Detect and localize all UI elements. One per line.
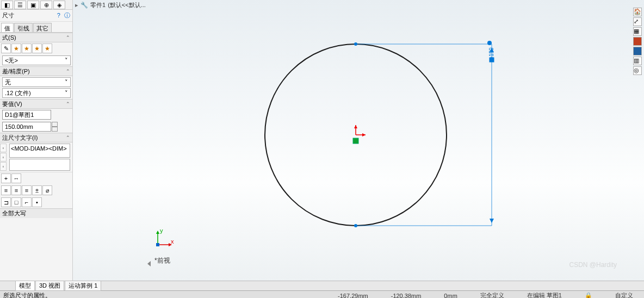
- sym-btn-3[interactable]: ⌐: [22, 197, 32, 207]
- scene-icon[interactable]: [633, 47, 642, 55]
- tab-3d-view[interactable]: 3D 视图: [35, 281, 64, 291]
- home-view-icon[interactable]: 🏠: [633, 8, 642, 16]
- tab-motion[interactable]: 运动算例 1: [65, 281, 101, 291]
- collapse-icon[interactable]: ⌃: [66, 135, 70, 140]
- tab-feature[interactable]: ◧: [1, 1, 13, 9]
- section-allcaps-label: 全部大写: [2, 209, 26, 218]
- status-coord-x: -167.29mm: [338, 293, 368, 299]
- view-orient-icon[interactable]: ▦: [633, 27, 642, 36]
- style-dropdown[interactable]: <无>˅: [2, 55, 71, 65]
- style-btn-5[interactable]: ★: [42, 44, 52, 53]
- panel-top-tabs: ◧ ☰ ▣ ⊕ ◈: [0, 0, 72, 10]
- tab-display[interactable]: ▣: [27, 1, 39, 9]
- txt-btn-1[interactable]: +: [1, 173, 11, 183]
- subtab-leader[interactable]: 引线: [14, 23, 33, 32]
- align-btn-5[interactable]: ⌀: [42, 185, 52, 195]
- breadcrumb-expand-icon[interactable]: ▸: [75, 2, 78, 9]
- subtab-value[interactable]: 值: [1, 23, 14, 32]
- origin-icon: [353, 138, 358, 144]
- breadcrumb-part[interactable]: 零件1: [90, 1, 106, 9]
- status-unit-icon[interactable]: 🔒: [585, 292, 592, 298]
- dimension-subtabs: 值 引线 其它: [0, 22, 72, 33]
- align-btn-1[interactable]: ≡: [1, 185, 11, 195]
- property-panel: ◧ ☰ ▣ ⊕ ◈ 尺寸 ? ⓘ 值 引线 其它 式(S)⌃ ✎ ★ ★ ★ ★…: [0, 0, 73, 281]
- align-btn-4[interactable]: ±: [32, 185, 42, 195]
- dimension-label: ⌀150: [488, 47, 494, 60]
- tol-dropdown-2[interactable]: .12 (文件)˅: [2, 88, 71, 98]
- svg-text:y: y: [160, 228, 163, 234]
- flyout-expand-icon[interactable]: [147, 261, 151, 266]
- value-spin-up[interactable]: [52, 122, 58, 127]
- subtab-other[interactable]: 其它: [33, 23, 52, 32]
- dimension-text-area[interactable]: <MOD-DIAM><DIM>: [9, 144, 70, 158]
- section-primary-label: 要值(V): [2, 100, 22, 108]
- section-view-icon[interactable]: ▥: [633, 57, 642, 65]
- zoom-fit-icon[interactable]: ⤢: [633, 17, 642, 26]
- align-btn-2[interactable]: ≡: [11, 185, 21, 195]
- status-custom[interactable]: 自定义: [615, 291, 633, 298]
- tab-target[interactable]: ⊕: [40, 1, 52, 9]
- sym-btn-4[interactable]: •: [32, 197, 42, 207]
- collapse-icon[interactable]: ⌃: [66, 35, 70, 40]
- svg-point-8: [354, 224, 357, 227]
- status-coord-y: -120.38mm: [391, 293, 422, 299]
- heads-up-toolbar: 🏠 ⤢ ▦ ▥ ◎: [633, 8, 643, 75]
- text-pos-btn-1[interactable]: ▫: [0, 144, 7, 152]
- dimension-text-area-2[interactable]: [9, 159, 70, 171]
- section-dimtxt-label: 注尺寸文字(I): [2, 134, 38, 142]
- svg-text:x: x: [171, 238, 174, 245]
- svg-marker-1: [362, 133, 366, 136]
- collapse-icon[interactable]: ⌃: [66, 69, 70, 74]
- panel-title: 尺寸: [2, 11, 14, 20]
- svg-rect-19: [156, 243, 159, 246]
- txt-btn-2[interactable]: ↔: [11, 173, 21, 183]
- bottom-tab-bar: 模型 3D 视图 运动算例 1: [0, 281, 644, 290]
- view-orientation-label: *前视: [154, 256, 170, 265]
- info-icon[interactable]: ⓘ: [64, 12, 70, 18]
- status-bar: 所选尺寸的属性。 -167.29mm -120.38mm 0mm 完全定义 在编…: [0, 290, 644, 298]
- triad-icon: y x: [154, 228, 174, 248]
- part-icon: 🔧: [81, 2, 88, 9]
- display-style-icon[interactable]: [633, 37, 642, 46]
- value-spin-down[interactable]: [52, 127, 58, 132]
- dimension-name-input[interactable]: D1@草图1: [2, 110, 51, 120]
- align-btn-3[interactable]: ≡: [22, 185, 32, 195]
- status-defined: 完全定义: [480, 291, 504, 298]
- status-hint: 所选尺寸的属性。: [3, 291, 51, 298]
- svg-marker-3: [354, 125, 357, 128]
- sym-btn-1[interactable]: ⊐: [1, 197, 11, 207]
- style-btn-3[interactable]: ★: [22, 44, 32, 53]
- style-btn-4[interactable]: ★: [32, 44, 42, 53]
- breadcrumb-suffix: (默认<<默认...: [108, 1, 146, 9]
- status-editing: 在编辑 草图1: [527, 291, 562, 298]
- style-btn-2[interactable]: ★: [11, 44, 21, 53]
- style-buttons: ✎ ★ ★ ★ ★: [0, 42, 72, 54]
- svg-point-7: [354, 42, 357, 46]
- graphics-area[interactable]: ▸ 🔧 零件1 (默认<<默认... ⌀150: [73, 0, 644, 281]
- status-coord-z: 0mm: [444, 293, 457, 299]
- text-pos-btn-3[interactable]: ▫: [0, 162, 7, 171]
- section-style-label: 式(S): [2, 34, 16, 42]
- tab-config[interactable]: ☰: [14, 1, 26, 9]
- tab-sketch[interactable]: ◈: [53, 1, 65, 9]
- sym-btn-2[interactable]: □: [11, 197, 21, 207]
- svg-marker-12: [490, 219, 494, 223]
- help-icon[interactable]: ?: [57, 12, 60, 18]
- tol-dropdown-1[interactable]: 无˅: [2, 77, 71, 87]
- svg-marker-14: [156, 231, 159, 234]
- text-pos-btn-2[interactable]: ▫: [0, 153, 7, 162]
- hide-show-icon[interactable]: ◎: [633, 66, 642, 75]
- collapse-icon[interactable]: ⌃: [66, 101, 70, 107]
- svg-point-9: [487, 41, 492, 45]
- style-btn-1[interactable]: ✎: [1, 44, 11, 53]
- dimension-value-input[interactable]: 150.00mm: [2, 122, 51, 132]
- section-tol-label: 差/精度(P): [2, 67, 30, 76]
- tab-model[interactable]: 模型: [15, 281, 35, 291]
